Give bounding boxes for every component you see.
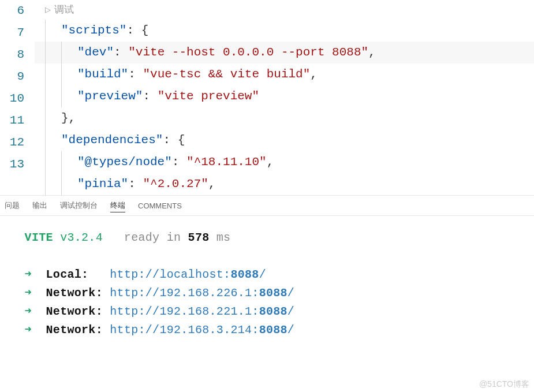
line-number: 6 — [0, 0, 24, 22]
terminal-line: ➜ Local: http://localhost:8088/ — [10, 266, 524, 284]
code-line[interactable]: "dev": "vite --host 0.0.0.0 --port 8088"… — [35, 42, 534, 64]
panel-tab-问题[interactable]: 问题 — [5, 199, 20, 212]
code-line[interactable]: "@types/node": "^18.11.10", — [35, 151, 534, 173]
terminal-line: ➜ Network: http://192.168.226.1:8088/ — [10, 284, 524, 303]
arrow-icon: ➜ — [25, 305, 32, 318]
arrow-icon: ➜ — [25, 268, 32, 281]
arrow-icon: ➜ — [25, 286, 32, 300]
arrow-icon: ➜ — [25, 323, 32, 337]
code-editor[interactable]: 678910111213 ▷调试"scripts": {"dev": "vite… — [0, 0, 534, 195]
code-line[interactable]: "preview": "vite preview" — [35, 85, 534, 107]
line-number: 13 — [0, 154, 24, 176]
code-line[interactable]: "pinia": "^2.0.27", — [35, 173, 534, 195]
terminal-line: ➜ Network: http://192.168.221.1:8088/ — [10, 303, 524, 321]
panel-tab-输出[interactable]: 输出 — [32, 199, 47, 212]
play-icon: ▷ — [45, 0, 51, 20]
panel-tabs[interactable]: 问题输出调试控制台终端COMMENTS — [0, 195, 534, 216]
line-number: 10 — [0, 88, 24, 110]
terminal-line: ➜ Network: http://192.168.3.214:8088/ — [10, 321, 524, 339]
terminal-banner: VITE v3.2.4 ready in 578 ms — [10, 229, 524, 247]
line-number: 9 — [0, 66, 24, 88]
watermark: @51CTO博客 — [479, 379, 529, 390]
panel-tab-comments[interactable]: COMMENTS — [138, 200, 182, 211]
codelens-debug[interactable]: ▷调试 — [35, 0, 534, 20]
line-number: 12 — [0, 132, 24, 154]
server-url[interactable]: http://192.168.3.214:8088/ — [110, 323, 294, 337]
panel-tab-终端[interactable]: 终端 — [110, 199, 125, 212]
code-line[interactable]: "scripts": { — [35, 20, 534, 42]
panel-tab-调试控制台[interactable]: 调试控制台 — [60, 199, 98, 212]
line-number: 8 — [0, 44, 24, 66]
code-area[interactable]: ▷调试"scripts": {"dev": "vite --host 0.0.0… — [35, 0, 534, 195]
server-url[interactable]: http://192.168.226.1:8088/ — [110, 286, 294, 300]
line-number: 7 — [0, 22, 24, 44]
server-url[interactable]: http://192.168.221.1:8088/ — [110, 305, 294, 318]
code-line[interactable]: }, — [35, 107, 534, 129]
line-number: 11 — [0, 110, 24, 132]
terminal-panel[interactable]: VITE v3.2.4 ready in 578 ms ➜ Local: htt… — [0, 216, 534, 352]
server-url[interactable]: http://localhost:8088/ — [110, 268, 266, 281]
code-line[interactable]: "dependencies": { — [35, 129, 534, 151]
line-number-gutter: 678910111213 — [0, 0, 35, 195]
code-line[interactable]: "build": "vue-tsc && vite build", — [35, 64, 534, 85]
